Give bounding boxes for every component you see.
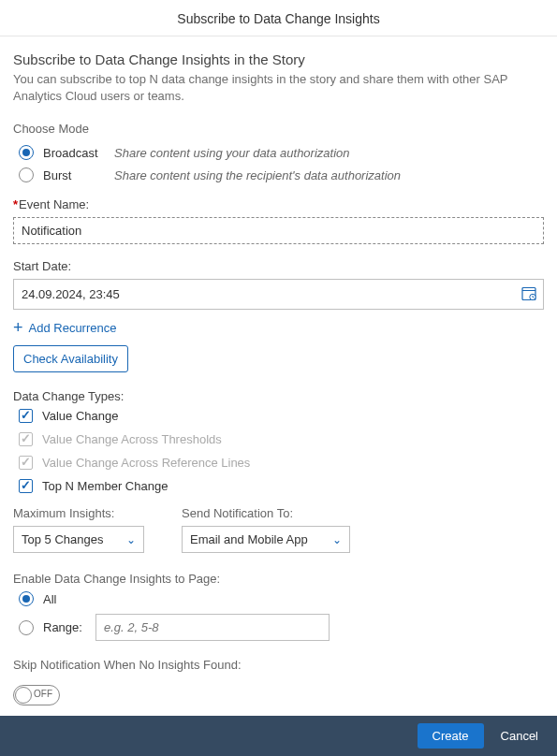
send-notification-value: Email and Mobile App bbox=[190, 532, 308, 546]
max-insights-label: Maximum Insights: bbox=[13, 506, 144, 520]
mode-burst-row: Burst Share content using the recipient'… bbox=[13, 167, 544, 182]
data-change-types-label: Data Change Types: bbox=[13, 389, 544, 403]
thresholds-row: Value Change Across Thresholds bbox=[19, 432, 544, 446]
send-notification-label: Send Notification To: bbox=[182, 506, 350, 520]
value-change-row: Value Change bbox=[19, 409, 544, 423]
dialog-title: Subscribe to Data Change Insights bbox=[0, 0, 557, 36]
chevron-down-icon: ⌄ bbox=[332, 533, 342, 546]
start-date-label: Start Date: bbox=[13, 259, 544, 273]
mode-broadcast-label: Broadcast bbox=[43, 146, 114, 160]
skip-notification-label: Skip Notification When No Insights Found… bbox=[13, 658, 544, 672]
dialog-footer: Create Cancel bbox=[0, 716, 557, 756]
reference-lines-row: Value Change Across Reference Lines bbox=[19, 456, 544, 470]
add-recurrence-label: Add Recurrence bbox=[29, 321, 117, 335]
mode-broadcast-radio[interactable] bbox=[19, 145, 34, 160]
topn-row: Top N Member Change bbox=[19, 479, 544, 493]
mode-broadcast-row: Broadcast Share content using your data … bbox=[13, 145, 544, 160]
svg-line-4 bbox=[533, 297, 534, 298]
toggle-track: OFF bbox=[13, 685, 60, 705]
calendar-icon[interactable] bbox=[521, 285, 536, 303]
max-insights-value: Top 5 Changes bbox=[22, 532, 103, 546]
enable-all-row: All bbox=[19, 591, 544, 606]
check-availability-button[interactable]: Check Availability bbox=[13, 345, 128, 372]
enable-range-label: Range: bbox=[43, 620, 95, 634]
two-col: Maximum Insights: Top 5 Changes ⌄ Send N… bbox=[13, 506, 544, 553]
reference-lines-label: Value Change Across Reference Lines bbox=[42, 456, 250, 470]
enable-all-radio[interactable] bbox=[19, 591, 34, 606]
thresholds-label: Value Change Across Thresholds bbox=[42, 432, 222, 446]
toggle-thumb bbox=[15, 687, 32, 704]
start-date-field bbox=[13, 279, 544, 310]
start-date-input[interactable] bbox=[13, 279, 544, 310]
event-name-label-text: Event Name: bbox=[19, 197, 89, 211]
choose-mode-label: Choose Mode bbox=[13, 122, 544, 136]
section-desc: You can subscribe to top N data change i… bbox=[13, 71, 544, 105]
skip-notification-toggle[interactable]: OFF bbox=[13, 685, 60, 705]
section-title: Subscribe to Data Change Insights in the… bbox=[13, 51, 544, 67]
create-button[interactable]: Create bbox=[418, 723, 484, 749]
mode-burst-radio[interactable] bbox=[19, 167, 34, 182]
range-input[interactable] bbox=[95, 614, 330, 641]
cancel-button[interactable]: Cancel bbox=[495, 728, 544, 744]
max-insights-select[interactable]: Top 5 Changes ⌄ bbox=[13, 526, 144, 553]
event-name-label: *Event Name: bbox=[13, 197, 544, 211]
value-change-checkbox[interactable] bbox=[19, 409, 33, 423]
subscribe-dialog: Subscribe to Data Change Insights Subscr… bbox=[0, 0, 557, 756]
topn-label: Top N Member Change bbox=[42, 479, 168, 493]
required-star: * bbox=[13, 197, 18, 211]
topn-checkbox[interactable] bbox=[19, 479, 33, 493]
send-notification-select[interactable]: Email and Mobile App ⌄ bbox=[182, 526, 350, 553]
send-notification-col: Send Notification To: Email and Mobile A… bbox=[182, 506, 350, 553]
enable-page-label: Enable Data Change Insights to Page: bbox=[13, 572, 544, 586]
add-recurrence-button[interactable]: + Add Recurrence bbox=[13, 319, 116, 336]
reference-lines-checkbox bbox=[19, 456, 33, 470]
mode-broadcast-hint: Share content using your data authorizat… bbox=[114, 146, 350, 160]
thresholds-checkbox bbox=[19, 432, 33, 446]
value-change-label: Value Change bbox=[42, 409, 118, 423]
chevron-down-icon: ⌄ bbox=[126, 533, 136, 546]
mode-burst-hint: Share content using the recipient's data… bbox=[114, 168, 401, 182]
enable-all-label: All bbox=[43, 592, 114, 606]
plus-icon: + bbox=[13, 319, 23, 336]
max-insights-col: Maximum Insights: Top 5 Changes ⌄ bbox=[13, 506, 144, 553]
mode-burst-label: Burst bbox=[43, 168, 114, 182]
event-name-input[interactable] bbox=[13, 217, 544, 244]
toggle-off-label: OFF bbox=[34, 689, 52, 699]
enable-range-radio[interactable] bbox=[19, 620, 34, 635]
dialog-body: Subscribe to Data Change Insights in the… bbox=[0, 36, 557, 716]
enable-range-row: Range: bbox=[19, 614, 544, 641]
